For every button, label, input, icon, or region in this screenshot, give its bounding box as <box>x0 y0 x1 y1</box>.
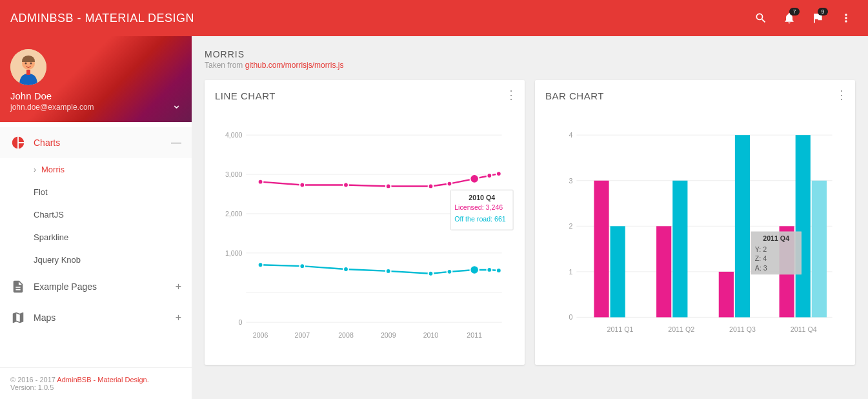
sidebar-footer: © 2016 - 2017 AdminBSB - Material Design… <box>0 367 192 399</box>
layout: John Doe john.doe@example.com ⌄ Charts —… <box>0 36 868 399</box>
charts-label: Charts <box>34 138 171 148</box>
svg-text:2011 Q4: 2011 Q4 <box>791 325 817 333</box>
page-header: MORRIS Taken from github.com/morrisjs/mo… <box>205 49 855 70</box>
svg-text:1: 1 <box>569 268 573 276</box>
svg-rect-60 <box>656 226 671 317</box>
charts-row: LINE CHART ⋮ 4,000 3,000 2,000 <box>205 80 855 365</box>
svg-point-28 <box>470 174 479 183</box>
more-button[interactable] <box>834 6 858 30</box>
plus-icon-pages: + <box>176 281 181 292</box>
messages-badge: 9 <box>818 8 828 15</box>
svg-text:2011 Q1: 2011 Q1 <box>607 325 634 333</box>
topnav: ADMINBSB - MATERIAL DESIGN 7 9 <box>0 0 868 36</box>
svg-text:2: 2 <box>569 222 573 230</box>
sidebar-item-flot[interactable]: Flot <box>0 181 192 203</box>
sidebar-item-sparkline[interactable]: Sparkline <box>0 226 192 249</box>
messages-button[interactable]: 9 <box>806 6 829 30</box>
search-icon <box>754 12 767 25</box>
svg-text:2011 Q3: 2011 Q3 <box>729 325 756 333</box>
bar-chart-container: 4 3 2 1 0 2011 Q1 2011 Q2 2011 Q3 2011 Q… <box>545 109 845 354</box>
copyright-text: © 2016 - 2017 <box>10 376 57 384</box>
svg-text:2008: 2008 <box>338 331 354 339</box>
svg-rect-58 <box>594 181 609 318</box>
svg-text:1,000: 1,000 <box>225 249 243 257</box>
svg-point-33 <box>343 267 348 272</box>
chevron-down-icon[interactable]: ⌄ <box>172 97 181 112</box>
svg-text:A: 3: A: 3 <box>755 264 767 272</box>
more-vert-icon <box>840 12 853 25</box>
svg-point-30 <box>496 171 501 176</box>
svg-point-27 <box>447 181 452 187</box>
svg-point-3 <box>25 63 27 65</box>
svg-text:3,000: 3,000 <box>225 170 243 178</box>
bar-chart-menu-button[interactable]: ⋮ <box>836 88 847 102</box>
svg-point-25 <box>386 184 391 189</box>
version-text: Version: 1.0.5 <box>10 384 54 391</box>
footer-link[interactable]: AdminBSB - Material Design. <box>57 376 148 384</box>
notifications-button[interactable]: 7 <box>778 6 801 30</box>
svg-point-24 <box>343 183 348 188</box>
line-chart-title: LINE CHART <box>215 90 514 101</box>
chartjs-label: ChartJS <box>34 210 64 220</box>
svg-rect-61 <box>672 181 687 318</box>
flot-label: Flot <box>34 187 48 197</box>
svg-point-31 <box>258 262 263 267</box>
example-pages-label: Example Pages <box>34 281 176 292</box>
svg-point-23 <box>299 183 305 188</box>
sidebar-item-jquery-knob[interactable]: Jquery Knob <box>0 249 192 271</box>
sidebar-item-example-pages[interactable]: Example Pages + <box>0 271 192 302</box>
page-title: MORRIS <box>205 49 855 59</box>
line-chart-container: 4,000 3,000 2,000 1,000 0 2006 2007 2008… <box>215 109 514 354</box>
svg-point-32 <box>299 263 305 269</box>
line-chart-card: LINE CHART ⋮ 4,000 3,000 2,000 <box>205 80 525 365</box>
pages-icon <box>10 279 26 294</box>
svg-point-39 <box>496 268 501 273</box>
bar-chart-card: BAR CHART ⋮ 4 3 2 1 <box>535 80 855 365</box>
svg-text:2009: 2009 <box>381 331 396 339</box>
svg-text:0: 0 <box>569 313 573 321</box>
app-title: ADMINBSB - MATERIAL DESIGN <box>10 12 749 25</box>
svg-text:2011 Q2: 2011 Q2 <box>668 325 694 333</box>
sidebar-item-charts[interactable]: Charts — <box>0 127 192 158</box>
avatar-image <box>10 49 46 85</box>
svg-text:Off the road: 661: Off the road: 661 <box>454 215 506 223</box>
morris-label: Morris <box>41 165 65 174</box>
line-chart-menu-button[interactable]: ⋮ <box>505 88 517 102</box>
sidebar-user-panel: John Doe john.doe@example.com ⌄ <box>0 36 192 122</box>
svg-text:2,000: 2,000 <box>225 210 243 218</box>
search-button[interactable] <box>749 6 772 30</box>
user-name: John Doe <box>10 90 181 101</box>
svg-text:0: 0 <box>239 318 243 326</box>
svg-text:2011: 2011 <box>467 331 482 339</box>
svg-text:3: 3 <box>569 177 573 185</box>
svg-point-35 <box>429 271 434 276</box>
svg-point-38 <box>487 267 492 272</box>
svg-point-36 <box>447 269 452 274</box>
sparkline-label: Sparkline <box>34 232 68 242</box>
maps-label: Maps <box>34 312 176 323</box>
svg-rect-66 <box>812 181 827 318</box>
charts-icon <box>10 135 26 150</box>
sidebar-item-morris[interactable]: › Morris <box>0 158 192 181</box>
morris-link[interactable]: github.com/morrisjs/morris.js <box>245 61 344 70</box>
svg-point-29 <box>487 173 492 178</box>
sidebar-item-chartjs[interactable]: ChartJS <box>0 203 192 226</box>
svg-point-34 <box>386 269 391 274</box>
sidebar-item-maps[interactable]: Maps + <box>0 302 192 333</box>
sidebar: John Doe john.doe@example.com ⌄ Charts —… <box>0 36 192 399</box>
svg-rect-65 <box>796 135 811 317</box>
svg-point-4 <box>30 63 32 65</box>
svg-text:2010: 2010 <box>423 331 439 339</box>
bar-chart-title: BAR CHART <box>545 90 845 101</box>
svg-rect-63 <box>735 135 750 317</box>
svg-rect-59 <box>611 226 625 317</box>
notifications-badge: 7 <box>789 8 800 15</box>
collapse-icon: — <box>171 137 181 148</box>
svg-point-22 <box>258 179 263 185</box>
svg-rect-2 <box>26 70 30 75</box>
svg-rect-62 <box>719 272 734 318</box>
avatar <box>10 49 46 85</box>
jquery-knob-label: Jquery Knob <box>34 255 81 265</box>
svg-text:2006: 2006 <box>253 331 268 339</box>
maps-icon <box>10 310 26 325</box>
